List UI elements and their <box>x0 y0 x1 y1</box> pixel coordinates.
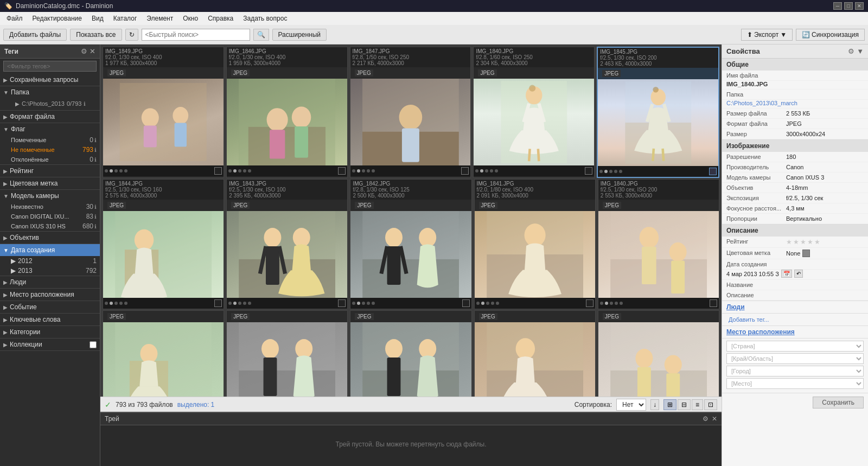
photo-cell-r3-2[interactable]: JPEG <box>226 310 348 397</box>
date-picker-button[interactable]: 📅 <box>781 270 792 278</box>
menu-window[interactable]: Окно <box>178 14 202 23</box>
view-grid-button[interactable]: ⊞ <box>663 399 676 410</box>
photo-1845-checkbox[interactable] <box>709 168 717 175</box>
properties-settings-icon[interactable]: ⚙ <box>848 47 854 55</box>
location-header[interactable]: ▶ Место расположения <box>0 289 100 301</box>
menu-file[interactable]: Файл <box>2 14 27 23</box>
camera-model-header[interactable]: ▼ Модель камеры <box>0 190 100 202</box>
saved-queries-header[interactable]: ▶ Сохранённые запросы <box>0 74 100 86</box>
flag-item-marked[interactable]: Помеченные 0 ℹ <box>0 135 100 145</box>
photo-cell-1842[interactable]: IMG_1842.JPG f/2.8, 1/30 сек, ISO 125 2 … <box>350 179 471 309</box>
categories-header[interactable]: ▶ Категории <box>0 326 100 338</box>
advanced-search-button[interactable]: Расширенный <box>272 29 327 41</box>
flag-item-rejected[interactable]: Отклонённые 0 ℹ <box>0 155 100 164</box>
photo-1844-checkbox[interactable] <box>214 299 222 307</box>
photo-cell-1840b[interactable]: IMG_1840.JPG f/2.5, 1/30 сек, ISO 200 2 … <box>598 179 719 309</box>
date-clear-button[interactable]: ↶ <box>794 270 803 278</box>
save-button[interactable]: Сохранить <box>813 397 864 408</box>
photo-cell-1846[interactable]: IMG_1846.JPG f/2.0, 1/30 сек, ISO 400 1 … <box>226 47 348 178</box>
settings-icon[interactable]: ⚙ <box>81 47 87 55</box>
photo-cell-1844[interactable]: IMG_1844.JPG f/2.5, 1/30 сек, ISO 160 2 … <box>103 179 224 309</box>
export-button[interactable]: ⬆ Экспорт ▼ <box>741 29 793 41</box>
menu-ask[interactable]: Задать вопрос <box>239 14 291 23</box>
rating-header[interactable]: ▶ Рейтинг <box>0 165 100 177</box>
star-3[interactable]: ★ <box>800 238 806 246</box>
view-details-button[interactable]: ⊡ <box>704 399 717 410</box>
photo-1849-checkbox[interactable] <box>214 167 222 175</box>
photo-cell-r3-4[interactable]: JPEG <box>474 310 596 397</box>
photo-cell-r3-3[interactable]: JPEG <box>350 310 471 397</box>
search-button[interactable]: 🔍 <box>253 29 269 41</box>
event-header[interactable]: ▶ Событие <box>0 301 100 313</box>
photo-cell-1849[interactable]: IMG_1849.JPG f/2.0, 1/30 сек, ISO 400 1 … <box>103 47 224 178</box>
maximize-button[interactable]: □ <box>844 2 853 10</box>
view-list-button[interactable]: ≡ <box>692 399 703 410</box>
camera-unknown[interactable]: Неизвестно 30 ℹ <box>0 202 100 212</box>
color-label-header[interactable]: ▶ Цветовая метка <box>0 177 100 189</box>
general-section-header[interactable]: Общие ▼ <box>722 59 868 71</box>
folder-header[interactable]: ▼ Папка <box>0 86 100 98</box>
status-selected[interactable]: выделено: 1 <box>177 401 215 408</box>
show-all-button[interactable]: Показать все <box>70 29 122 41</box>
menu-element[interactable]: Элемент <box>142 14 177 23</box>
star-5[interactable]: ★ <box>814 238 820 246</box>
photo-cell-1847[interactable]: IMG_1847.JPG f/2.8, 1/50 сек, ISO 250 2 … <box>350 47 471 178</box>
menu-help[interactable]: Справка <box>203 14 238 23</box>
date-created-header[interactable]: ▼ Дата создания <box>0 244 100 256</box>
photo-cell-1843[interactable]: IMG_1843.JPG f/2.5, 1/30 сек, ISO 100 2 … <box>226 179 348 309</box>
flag-header[interactable]: ▼ Флаг <box>0 123 100 135</box>
view-grid2-button[interactable]: ⊟ <box>678 399 691 410</box>
keywords-header[interactable]: ▶ Ключевые слова <box>0 314 100 325</box>
collections-header[interactable]: ▶ Коллекции <box>0 339 100 350</box>
refresh-button[interactable]: ↻ <box>125 29 138 41</box>
rating-stars[interactable]: ★ ★ ★ ★ ★ <box>786 238 820 246</box>
star-4[interactable]: ★ <box>807 238 813 246</box>
close-sidebar-icon[interactable]: ✕ <box>90 47 95 55</box>
photo-cell-1840a[interactable]: IMG_1840.JPG f/2.8, 1/60 сек, ISO 250 2 … <box>473 47 595 178</box>
flag-item-unmarked[interactable]: Не помеченные 793 ℹ <box>0 145 100 155</box>
photo-cell-r3-5[interactable]: JPEG <box>598 310 719 397</box>
date-2012[interactable]: ▶ 2012 1 <box>0 256 100 266</box>
sort-direction-button[interactable]: ↓ <box>650 399 659 410</box>
photo-1847-checkbox[interactable] <box>461 167 469 175</box>
properties-expand-icon[interactable]: ▼ <box>857 47 864 55</box>
date-2013[interactable]: ▶ 2013 792 <box>0 266 100 276</box>
photo-1843-checkbox[interactable] <box>338 299 346 307</box>
tray-close-icon[interactable]: ✕ <box>712 415 717 423</box>
menu-view[interactable]: Вид <box>87 14 108 23</box>
sort-dropdown[interactable]: Нет <box>616 399 646 411</box>
tag-filter-input[interactable] <box>3 61 97 72</box>
location-props-title[interactable]: Место расположения <box>726 328 795 336</box>
star-2[interactable]: ★ <box>793 238 799 246</box>
photo-1842-checkbox[interactable] <box>462 299 470 307</box>
search-input[interactable] <box>142 29 250 41</box>
photo-cell-1845[interactable]: IMG_1845.JPG f/2.5, 1/30 сек, ISO 200 2 … <box>597 47 719 178</box>
photo-cell-1841[interactable]: IMG_1841.JPG f/2.0, 1/80 сек, ISO 400 2 … <box>474 179 596 309</box>
country-dropdown[interactable]: [Страна] <box>726 341 864 352</box>
color-box[interactable] <box>802 250 810 257</box>
photo-1846-checkbox[interactable] <box>338 167 346 175</box>
menu-catalog[interactable]: Каталог <box>109 14 142 23</box>
people-props-title[interactable]: Люди <box>726 303 745 311</box>
sync-button[interactable]: 🔄 Синхронизация <box>796 29 865 41</box>
camera-canon-digital[interactable]: Canon DIGITAL IXU... 83 ℹ <box>0 212 100 221</box>
lens-header[interactable]: ▶ Объектив <box>0 232 100 244</box>
place-dropdown[interactable]: [Место] <box>726 378 864 389</box>
photo-1840a-checkbox[interactable] <box>585 167 592 175</box>
tray-settings-icon[interactable]: ⚙ <box>703 415 709 423</box>
photo-cell-r3-1[interactable]: JPEG <box>103 310 224 397</box>
add-files-button[interactable]: Добавить файлы <box>3 29 67 41</box>
photo-1840b-checkbox[interactable] <box>710 299 717 307</box>
city-dropdown[interactable]: [Город] <box>726 366 864 376</box>
image-section-header[interactable]: Изображение ▼ <box>722 140 868 152</box>
close-button[interactable]: ✕ <box>855 2 864 10</box>
file-format-header[interactable]: ▶ Формат файла <box>0 111 100 123</box>
photo-1841-checkbox[interactable] <box>586 299 593 307</box>
folder-item[interactable]: ▶ C:\Photos_2013 0/793 ℹ <box>9 99 95 108</box>
folder-value[interactable]: C:\Photos_2013\03_march <box>726 100 864 106</box>
description-section-header[interactable]: Описание ▼ <box>722 225 868 237</box>
star-1[interactable]: ★ <box>786 238 792 246</box>
minimize-button[interactable]: ─ <box>833 2 842 10</box>
collections-checkbox[interactable] <box>90 341 97 348</box>
add-tag-link[interactable]: Добавить тег... <box>729 316 769 323</box>
